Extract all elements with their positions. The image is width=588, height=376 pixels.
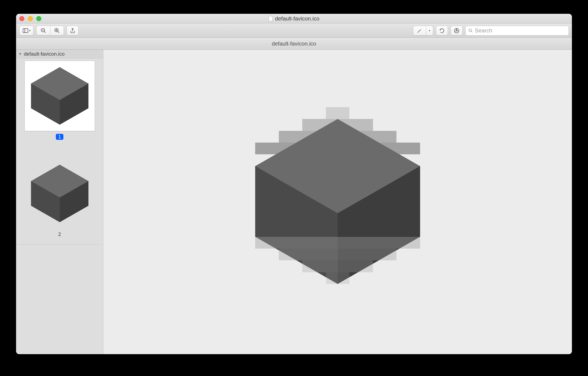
share-icon xyxy=(70,28,75,33)
thumbnail-list: 1 2 xyxy=(16,58,103,354)
svg-rect-28 xyxy=(302,260,373,272)
cube-image xyxy=(243,107,432,296)
highlight-menu-button[interactable]: ▾ xyxy=(426,26,433,35)
thumbnail-frame xyxy=(25,61,95,131)
sidebar-icon xyxy=(22,28,29,33)
image-view xyxy=(243,107,432,297)
window-body: ▼ default-favicon.ico 1 xyxy=(16,50,572,354)
thumbnail-item[interactable]: 1 xyxy=(16,58,103,142)
window-title: default-favicon.ico xyxy=(16,15,572,22)
chevron-down-icon: ▾ xyxy=(29,29,31,32)
minimize-window-button[interactable] xyxy=(28,16,33,21)
svg-rect-29 xyxy=(326,272,350,284)
zoom-out-icon xyxy=(41,28,46,33)
document-icon xyxy=(269,16,273,21)
document-subtitle-bar: default-favicon.ico xyxy=(16,38,572,50)
thumbnail-sidebar: ▼ default-favicon.ico 1 xyxy=(16,50,103,354)
disclosure-triangle-icon: ▼ xyxy=(18,52,22,56)
sidebar-file-label: default-favicon.ico xyxy=(24,51,64,57)
svg-line-6 xyxy=(58,31,59,33)
close-window-button[interactable] xyxy=(19,16,24,21)
sidebar-file-header[interactable]: ▼ default-favicon.ico xyxy=(16,50,103,58)
svg-rect-27 xyxy=(279,249,397,260)
rotate-button[interactable] xyxy=(436,26,448,35)
markup-icon xyxy=(454,28,460,33)
pen-icon xyxy=(417,28,423,33)
highlight-button[interactable] xyxy=(413,26,426,35)
svg-rect-26 xyxy=(255,237,420,249)
titlebar: default-favicon.ico xyxy=(16,14,572,23)
zoom-in-button[interactable] xyxy=(50,26,64,35)
zoom-group xyxy=(36,26,64,35)
preview-window: default-favicon.ico ▾ ▾ xyxy=(16,14,572,354)
thumbnail-label: 1 xyxy=(56,134,63,140)
thumbnail-label: 2 xyxy=(58,231,61,237)
sidebar-toggle-button[interactable]: ▾ xyxy=(19,26,33,35)
search-icon xyxy=(468,28,473,33)
svg-rect-0 xyxy=(23,29,28,33)
thumbnail-image xyxy=(27,161,93,226)
svg-rect-19 xyxy=(326,107,350,119)
thumbnail-frame xyxy=(25,158,95,229)
search-field[interactable] xyxy=(465,26,569,35)
traffic-lights xyxy=(19,16,41,21)
share-button[interactable] xyxy=(67,26,79,35)
document-subtitle-text: default-favicon.ico xyxy=(272,41,316,47)
zoom-in-icon xyxy=(54,28,60,33)
window-title-text: default-favicon.ico xyxy=(275,15,319,22)
thumbnail-image xyxy=(27,63,93,129)
sidebar-divider xyxy=(16,244,103,244)
svg-point-10 xyxy=(469,29,472,32)
markup-group: ▾ xyxy=(413,26,433,35)
svg-line-11 xyxy=(471,31,472,32)
svg-line-3 xyxy=(44,31,46,33)
chevron-down-icon: ▾ xyxy=(429,29,430,32)
search-input[interactable] xyxy=(475,27,566,34)
markup-button[interactable] xyxy=(451,26,462,35)
zoom-window-button[interactable] xyxy=(36,16,41,21)
rotate-icon xyxy=(439,28,445,33)
main-canvas[interactable] xyxy=(103,50,572,354)
toolbar: ▾ ▾ xyxy=(16,23,572,38)
zoom-out-button[interactable] xyxy=(36,26,50,35)
thumbnail-item[interactable]: 2 xyxy=(16,156,103,240)
